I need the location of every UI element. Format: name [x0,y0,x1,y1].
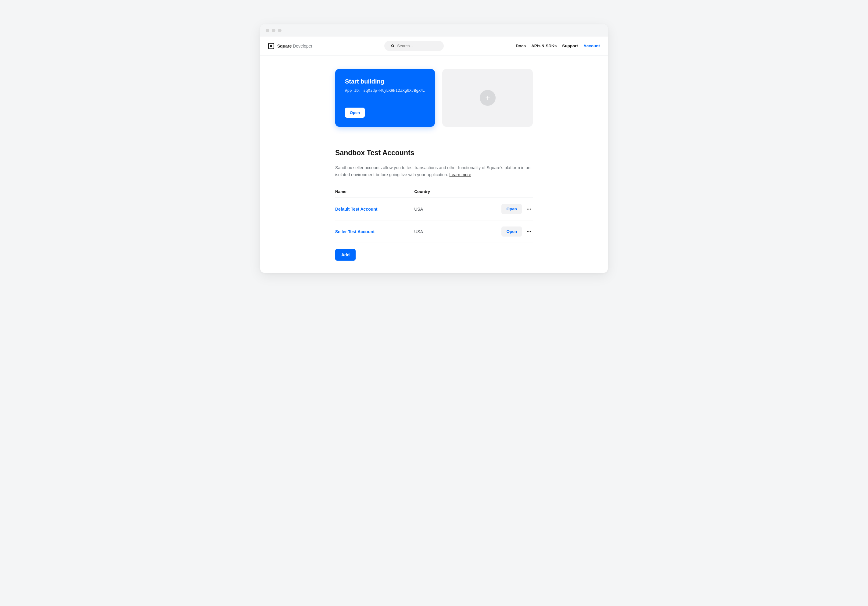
square-logo-icon [268,43,274,49]
window-dot-minimize[interactable] [272,29,275,32]
sandbox-description: Sandbox seller accounts allow you to tes… [335,164,533,178]
column-header-country: Country [414,189,473,194]
search-icon [391,44,395,48]
svg-point-6 [530,209,531,209]
nav-apis-sdks[interactable]: APIs & SDKs [531,43,556,48]
brand-name: Square Developer [277,43,312,48]
svg-point-4 [527,209,528,209]
add-account-button[interactable]: Add [335,249,356,261]
table-row: Seller Test Account USA Open [335,220,533,243]
learn-more-link[interactable]: Learn more [449,172,471,177]
account-name-link[interactable]: Default Test Account [335,207,377,212]
account-name-link[interactable]: Seller Test Account [335,229,375,234]
nav-support[interactable]: Support [562,43,578,48]
nav-docs[interactable]: Docs [516,43,526,48]
app-id-text: App ID: sq0idp-HljLKHN12ZXgUXJBgX4… [345,88,425,93]
open-account-button[interactable]: Open [501,226,522,237]
account-country: USA [414,207,423,212]
search-container [318,41,510,51]
app-card-start-building[interactable]: Start building App ID: sq0idp-HljLKHN12Z… [335,69,435,127]
app-cards: Start building App ID: sq0idp-HljLKHN12Z… [335,69,533,127]
open-app-button[interactable]: Open [345,108,365,117]
open-account-button[interactable]: Open [501,204,522,214]
window-titlebar [260,25,608,37]
header-nav: Docs APIs & SDKs Support Account [516,43,600,48]
accounts-table: Name Country Default Test Account USA Op… [335,186,533,243]
app-header: Square Developer Docs APIs & SDKs Suppor… [260,37,608,56]
brand[interactable]: Square Developer [268,43,312,49]
more-actions-button[interactable] [525,205,533,213]
search-input[interactable] [397,43,437,48]
plus-circle-icon [480,90,496,106]
svg-point-0 [392,45,394,46]
ellipsis-icon [526,229,532,234]
account-country: USA [414,229,423,234]
column-header-name: Name [335,189,414,194]
window-dot-zoom[interactable] [278,29,282,32]
window-dot-close[interactable] [266,29,269,32]
nav-account[interactable]: Account [583,43,600,48]
add-app-card[interactable] [442,69,533,127]
ellipsis-icon [526,206,532,212]
window-frame: Square Developer Docs APIs & SDKs Suppor… [260,25,608,273]
more-actions-button[interactable] [525,228,533,236]
svg-point-9 [530,231,531,232]
svg-line-1 [394,46,394,47]
sandbox-section-title: Sandbox Test Accounts [335,149,533,157]
svg-point-5 [529,209,530,209]
svg-point-8 [529,231,530,232]
table-row: Default Test Account USA Open [335,198,533,220]
svg-point-7 [527,231,528,232]
search-field[interactable] [384,41,444,51]
table-header-row: Name Country [335,186,533,198]
card-title: Start building [345,78,425,85]
main-content: Start building App ID: sq0idp-HljLKHN12Z… [327,56,541,273]
